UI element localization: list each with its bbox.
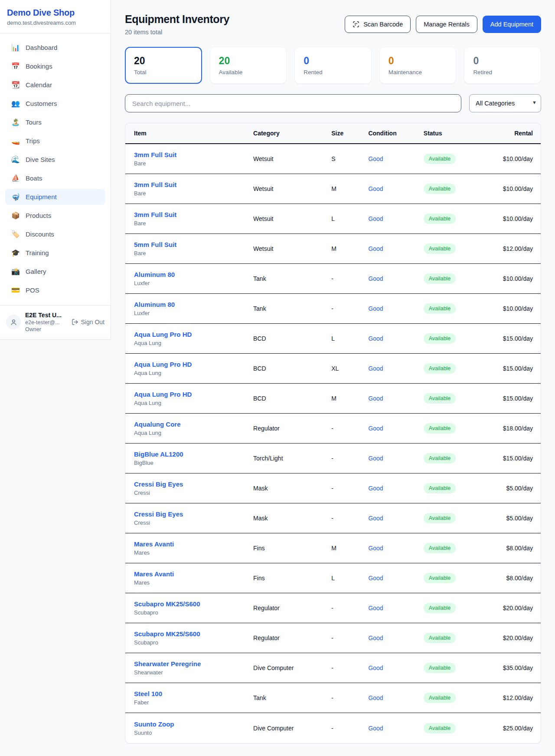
sidebar-item-equipment[interactable]: 🤿Equipment (5, 189, 105, 205)
item-brand: Shearwater (134, 669, 253, 676)
item-cell: Suunto ZoopSuunto (125, 720, 253, 736)
item-condition-link[interactable]: Good (368, 425, 423, 432)
item-condition-link[interactable]: Good (368, 664, 423, 671)
item-link[interactable]: 3mm Full Suit (134, 181, 176, 188)
status-cell: Available (424, 573, 499, 583)
item-link[interactable]: Suunto Zoop (134, 720, 174, 728)
item-rental: $20.00/day (499, 605, 541, 611)
item-link[interactable]: BigBlue AL1200 (134, 450, 183, 458)
item-category: Tank (253, 694, 331, 701)
item-link[interactable]: 3mm Full Suit (134, 151, 176, 158)
item-condition-link[interactable]: Good (368, 575, 423, 582)
table-row: Aqualung CoreAqua LungRegulator-GoodAvai… (125, 414, 541, 444)
item-condition-link[interactable]: Good (368, 515, 423, 522)
item-link[interactable]: Scubapro MK25/S600 (134, 630, 200, 638)
sign-out-button[interactable]: Sign Out (72, 319, 104, 325)
sidebar-item-products[interactable]: 📦Products (5, 207, 105, 224)
status-cell: Available (424, 393, 499, 404)
item-link[interactable]: 3mm Full Suit (134, 211, 176, 218)
item-category: Regulator (253, 634, 331, 641)
item-link[interactable]: Aqua Lung Pro HD (134, 391, 192, 398)
manage-rentals-button[interactable]: Manage Rentals (416, 16, 477, 33)
item-condition-link[interactable]: Good (368, 335, 423, 342)
item-cell: 3mm Full SuitBare (125, 181, 253, 197)
item-link[interactable]: Mares Avanti (134, 570, 174, 578)
item-condition-link[interactable]: Good (368, 694, 423, 701)
item-condition-link[interactable]: Good (368, 185, 423, 192)
item-condition-link[interactable]: Good (368, 725, 423, 732)
item-cell: Cressi Big EyesCressi (125, 480, 253, 496)
item-rental: $18.00/day (499, 425, 541, 432)
sidebar-item-bookings[interactable]: 📅Bookings (5, 58, 105, 74)
table-row: Scubapro MK25/S600ScubaproRegulator-Good… (125, 623, 541, 653)
item-link[interactable]: Mares Avanti (134, 540, 174, 548)
item-condition-link[interactable]: Good (368, 605, 423, 611)
item-condition-link[interactable]: Good (368, 485, 423, 492)
status-cell: Available (424, 513, 499, 523)
sidebar-item-boats[interactable]: ⛵Boats (5, 170, 105, 186)
status-badge: Available (424, 303, 456, 314)
item-link[interactable]: Scubapro MK25/S600 (134, 600, 200, 608)
item-condition-link[interactable]: Good (368, 634, 423, 641)
sidebar-item-label: Products (26, 212, 51, 219)
status-badge: Available (424, 184, 456, 194)
sidebar-item-tours[interactable]: 🏝️Tours (5, 114, 105, 130)
item-condition-link[interactable]: Good (368, 245, 423, 252)
item-brand: Aqua Lung (134, 340, 253, 346)
stat-card-available[interactable]: 20Available (210, 47, 287, 84)
search-input[interactable] (125, 94, 461, 112)
sidebar-item-gallery[interactable]: 📸Gallery (5, 263, 105, 279)
table-row: BigBlue AL1200BigBlueTorch/Light-GoodAva… (125, 444, 541, 473)
sign-out-icon (72, 319, 78, 325)
item-category: Dive Computer (253, 725, 331, 732)
sidebar-item-dashboard[interactable]: 📊Dashboard (5, 39, 105, 56)
sidebar-item-label: Bookings (26, 62, 52, 70)
table-row: Aqua Lung Pro HDAqua LungBCDMGoodAvailab… (125, 384, 541, 414)
item-cell: Aluminum 80Luxfer (125, 301, 253, 316)
item-condition-link[interactable]: Good (368, 215, 423, 222)
item-link[interactable]: 5mm Full Suit (134, 241, 176, 248)
item-link[interactable]: Aluminum 80 (134, 271, 175, 278)
sidebar-item-calendar[interactable]: 📆Calendar (5, 77, 105, 93)
stat-card-rented[interactable]: 0Rented (294, 47, 372, 84)
item-category: Fins (253, 545, 331, 552)
item-condition-link[interactable]: Good (368, 155, 423, 162)
category-select[interactable]: All Categories (469, 94, 541, 112)
item-link[interactable]: Steel 100 (134, 690, 162, 697)
item-condition-link[interactable]: Good (368, 395, 423, 402)
stat-card-total[interactable]: 20Total (125, 47, 202, 84)
item-condition-link[interactable]: Good (368, 455, 423, 462)
item-condition-link[interactable]: Good (368, 305, 423, 312)
status-badge: Available (424, 423, 456, 434)
table-row: Scubapro MK25/S600ScubaproRegulator-Good… (125, 593, 541, 623)
item-condition-link[interactable]: Good (368, 365, 423, 372)
sidebar-item-dive-sites[interactable]: 🌊Dive Sites (5, 151, 105, 168)
item-link[interactable]: Cressi Big Eyes (134, 480, 183, 488)
sidebar-item-pos[interactable]: 💳POS (5, 282, 105, 298)
item-link[interactable]: Shearwater Peregrine (134, 660, 201, 667)
sidebar-item-training[interactable]: 🎓Training (5, 245, 105, 261)
item-link[interactable]: Aqualung Core (134, 421, 181, 428)
add-equipment-button[interactable]: Add Equipment (483, 16, 541, 33)
sidebar-item-trips[interactable]: 🚤Trips (5, 133, 105, 149)
item-link[interactable]: Aluminum 80 (134, 301, 175, 308)
item-category: Wetsuit (253, 185, 331, 192)
item-link[interactable]: Aqua Lung Pro HD (134, 331, 192, 338)
stat-card-retired[interactable]: 0Retired (464, 47, 541, 84)
item-condition-link[interactable]: Good (368, 275, 423, 282)
scan-barcode-button[interactable]: Scan Barcode (345, 16, 411, 33)
status-badge: Available (424, 603, 456, 613)
item-cell: 3mm Full SuitBare (125, 151, 253, 167)
item-condition-link[interactable]: Good (368, 545, 423, 552)
item-cell: Scubapro MK25/S600Scubapro (125, 630, 253, 646)
item-link[interactable]: Cressi Big Eyes (134, 510, 183, 518)
sidebar-item-customers[interactable]: 👥Customers (5, 95, 105, 112)
item-category: Tank (253, 275, 331, 282)
table-row: 3mm Full SuitBareWetsuitSGoodAvailable$1… (125, 144, 541, 174)
stat-card-maintenance[interactable]: 0Maintenance (379, 47, 457, 84)
items-total-count: 20 items total (125, 29, 229, 36)
item-cell: Aqua Lung Pro HDAqua Lung (125, 391, 253, 406)
item-size: - (331, 425, 368, 432)
sidebar-item-discounts[interactable]: 🏷️Discounts (5, 226, 105, 242)
item-link[interactable]: Aqua Lung Pro HD (134, 361, 192, 368)
